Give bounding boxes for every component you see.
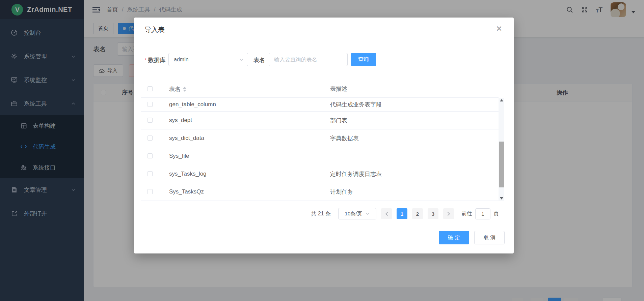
- table-name-label: 表名: [253, 56, 265, 64]
- table-row[interactable]: sys_dict_data 字典数据表: [141, 129, 499, 147]
- page-button-1[interactable]: 1: [397, 208, 407, 219]
- select-all-checkbox[interactable]: [147, 86, 153, 91]
- next-page-button[interactable]: [443, 208, 454, 219]
- dialog-table-body: gen_table_column 代码生成业务表字段 sys_dept 部门表 …: [141, 98, 499, 201]
- scrollbar-thumb[interactable]: [499, 142, 504, 187]
- row-checkbox[interactable]: [147, 118, 153, 123]
- scrollbar-down-icon[interactable]: [499, 196, 504, 201]
- desc-column-header: 表描述: [330, 80, 347, 98]
- page-button-2[interactable]: 2: [412, 208, 423, 219]
- goto-page-input[interactable]: [475, 208, 490, 219]
- dialog-title: 导入表: [144, 25, 165, 34]
- goto-label: 前往: [461, 210, 472, 217]
- row-checkbox[interactable]: [147, 153, 153, 158]
- confirm-button[interactable]: 确 定: [439, 231, 469, 244]
- table-row[interactable]: gen_table_column 代码生成业务表字段: [141, 98, 499, 112]
- prev-page-button[interactable]: [381, 208, 392, 219]
- search-button[interactable]: 查询: [351, 53, 376, 66]
- table-row[interactable]: Sys_file: [141, 147, 499, 165]
- table-row[interactable]: sys_Tasks_log 定时任务调度日志表: [141, 165, 499, 183]
- database-select[interactable]: admin: [168, 53, 248, 66]
- scrollbar-up-icon[interactable]: [499, 98, 504, 103]
- select-arrow-icon: [366, 212, 370, 216]
- database-label: 数据库: [148, 56, 165, 64]
- goto-unit-label: 页: [493, 210, 499, 217]
- dialog-table-header: 表名 表描述: [141, 80, 499, 98]
- scrollbar[interactable]: [499, 98, 504, 201]
- select-arrow-icon: [239, 57, 244, 62]
- dialog-pagination: 共 21 条 10条/页 1 2 3 前往 页: [311, 208, 499, 219]
- required-mark: *: [144, 57, 146, 63]
- page-size-select[interactable]: 10条/页: [338, 208, 376, 219]
- table-row[interactable]: sys_dept 部门表: [141, 112, 499, 129]
- row-checkbox[interactable]: [147, 171, 153, 176]
- table-row[interactable]: Sys_TasksQz 计划任务: [141, 183, 499, 201]
- import-table-dialog: 导入表 ✕ * 数据库 admin 表名 查询 表名 表描述 gen_table…: [134, 18, 514, 253]
- name-column-header: 表名: [169, 85, 181, 93]
- row-checkbox[interactable]: [147, 102, 153, 107]
- pagination-total: 共 21 条: [311, 210, 331, 217]
- close-icon[interactable]: ✕: [494, 24, 504, 34]
- sort-caret-icon[interactable]: [183, 87, 186, 92]
- table-name-input[interactable]: [269, 53, 348, 66]
- database-select-value: admin: [174, 57, 189, 63]
- page-button-3[interactable]: 3: [428, 208, 438, 219]
- row-checkbox[interactable]: [147, 136, 153, 141]
- cancel-button[interactable]: 取 消: [474, 231, 505, 244]
- row-checkbox[interactable]: [147, 189, 153, 194]
